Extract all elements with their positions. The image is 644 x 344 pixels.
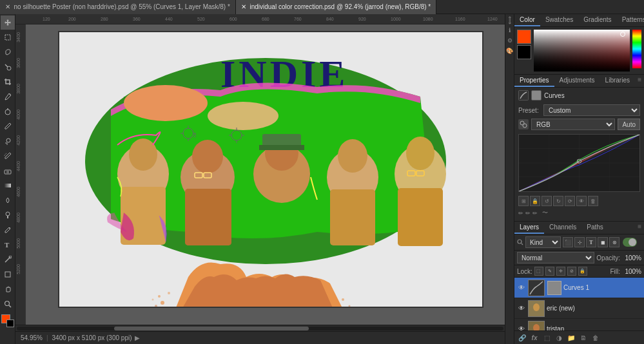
eraser-tool[interactable] [1, 164, 15, 178]
pixel-filter-icon[interactable]: ⬛ [563, 237, 573, 247]
gray-point-eyedropper[interactable]: ✏ [525, 210, 531, 216]
delete-curves-icon[interactable]: 🗑 [588, 196, 598, 206]
clone-stamp-tool[interactable] [1, 134, 15, 148]
tab-1[interactable]: ✕ no silhouette Poster (non harddrive).p… [0, 0, 236, 14]
grid-icon[interactable]: ⊞ [518, 196, 529, 206]
fill-value[interactable]: 100% [622, 268, 641, 275]
layer-item-eric[interactable]: 👁 eric (new) [514, 298, 644, 319]
lock-transparent-icon[interactable]: ⬚ [534, 267, 543, 276]
filter-toggle[interactable] [623, 238, 637, 247]
opacity-value[interactable]: 100% [622, 254, 641, 262]
add-fx-button[interactable]: fx [529, 332, 540, 343]
properties-tab[interactable]: Properties [514, 75, 554, 87]
thumbnail-eric [528, 300, 545, 317]
visibility-eric[interactable]: 👁 [517, 304, 526, 313]
tab-2[interactable]: ✕ individual color correction.psd @ 92.4… [236, 0, 436, 14]
pen-tool[interactable] [1, 223, 15, 237]
eyedropper-tool[interactable] [1, 90, 15, 104]
eyedropper-row: ✏ ✏ ✏ 〜 [514, 207, 644, 218]
auto-button[interactable]: Auto [618, 119, 640, 130]
delete-layer-button[interactable]: 🗑 [590, 332, 601, 343]
adjustments-tab[interactable]: Adjustments [554, 75, 600, 87]
hand-tool[interactable] [1, 282, 15, 296]
lock-position-icon[interactable]: ✛ [556, 267, 565, 276]
dodge-tool[interactable] [1, 208, 15, 222]
healing-brush-tool[interactable] [1, 104, 15, 119]
new-layer-button[interactable]: 🗎 [578, 332, 589, 343]
visible-curves-icon[interactable]: 👁 [576, 196, 587, 206]
crop-tool[interactable] [1, 75, 15, 89]
right-mini-bar: ⟺ ℹ ⚙ 🎨 [505, 14, 514, 344]
move-tool[interactable] [1, 15, 15, 30]
reset-curves-icon[interactable]: ⟳ [565, 196, 575, 206]
settings-icon[interactable]: ⚙ [507, 37, 512, 44]
curves-layer-icon [518, 90, 529, 100]
expand-icon[interactable]: ⟺ [507, 16, 513, 24]
canvas-scrollbar-h[interactable] [15, 325, 505, 331]
channel-select[interactable]: RGB Red Green Blue [531, 119, 615, 130]
shape-filter-icon[interactable]: ◼ [598, 237, 608, 247]
gradients-tab[interactable]: Gradients [578, 14, 616, 26]
channels-tab[interactable]: Channels [544, 222, 581, 234]
type-tool[interactable]: T [1, 238, 15, 252]
paths-tab[interactable]: Paths [581, 222, 609, 234]
curves-graph[interactable] [518, 134, 640, 192]
preset-select[interactable]: Custom Default Strong Contrast Lighter D… [543, 104, 640, 116]
lasso-tool[interactable] [1, 45, 15, 59]
arrow-icon[interactable]: ▶ [135, 334, 140, 341]
kind-select[interactable]: Kind Name Effect Mode [525, 236, 561, 248]
smart-filter-icon[interactable]: ⊛ [609, 237, 620, 247]
background-color[interactable] [517, 45, 531, 59]
adjustment-filter-icon[interactable]: ⊹ [574, 237, 585, 247]
curve-mode-icon[interactable]: 〜 [542, 209, 548, 217]
visibility-tristan[interactable]: 👁 [517, 325, 526, 331]
gradient-tool[interactable] [1, 178, 15, 193]
redo-curves-icon[interactable]: ↻ [553, 196, 563, 206]
magic-wand-tool[interactable] [1, 60, 15, 74]
history-brush-tool[interactable] [1, 149, 15, 163]
add-mask-button[interactable]: ⬚ [542, 332, 552, 343]
hue-slider[interactable] [632, 30, 641, 68]
libraries-tab[interactable]: Libraries [600, 75, 635, 87]
lock-all-icon[interactable]: 🔒 [578, 267, 587, 276]
layer-item-tristan[interactable]: 👁 tristan [514, 319, 644, 330]
layer-item-curves1[interactable]: 👁 Curves 1 [514, 278, 644, 298]
shape-tool[interactable] [1, 267, 15, 282]
select-rect-tool[interactable] [1, 30, 15, 44]
blend-mode-select[interactable]: Normal Multiply Screen Overlay [517, 252, 594, 263]
lock-curves-icon[interactable]: 🔒 [530, 196, 540, 206]
svg-text:4600: 4600 [16, 187, 21, 197]
blur-tool[interactable] [1, 193, 15, 207]
visibility-curves1[interactable]: 👁 [517, 283, 526, 292]
patterns-tab[interactable]: Patterns [617, 14, 644, 26]
svg-text:280: 280 [101, 17, 108, 21]
fg-color-swatch[interactable] [1, 314, 14, 327]
color-tab[interactable]: Color [514, 14, 540, 26]
svg-text:4200: 4200 [16, 135, 21, 146]
color-picker-icon[interactable]: 🎨 [506, 48, 513, 54]
path-select-tool[interactable] [1, 253, 15, 267]
layers-tab[interactable]: Layers [514, 222, 544, 234]
undo-curves-icon[interactable]: ↺ [542, 196, 552, 206]
properties-panel-tabs: Properties Adjustments Libraries ≡ [514, 75, 644, 88]
add-adjustment-button[interactable]: ◑ [554, 332, 564, 343]
color-spectrum[interactable] [534, 30, 630, 72]
properties-panel-menu[interactable]: ≡ [635, 75, 644, 87]
link-layers-button[interactable]: 🔗 [517, 332, 527, 343]
zoom-level: 54.95% [21, 334, 43, 341]
info-icon[interactable]: ℹ [509, 27, 511, 33]
text-filter-icon[interactable]: T [586, 237, 596, 247]
canvas-viewport[interactable]: INDIE [26, 24, 505, 325]
black-point-eyedropper[interactable]: ✏ [518, 210, 523, 216]
white-point-eyedropper[interactable]: ✏ [532, 210, 538, 216]
brush-tool[interactable] [1, 119, 15, 133]
lock-artboard-icon[interactable]: ⊘ [567, 267, 576, 276]
curves-layer-mask [531, 90, 542, 100]
layers-panel-menu[interactable]: ≡ [635, 222, 644, 234]
zoom-tool[interactable] [1, 297, 15, 311]
swatches-tab[interactable]: Swatches [540, 14, 578, 26]
foreground-color[interactable] [517, 30, 531, 44]
add-group-button[interactable]: 📁 [566, 332, 576, 343]
svg-point-48 [124, 85, 208, 121]
lock-pixels-icon[interactable]: ✎ [545, 267, 554, 276]
